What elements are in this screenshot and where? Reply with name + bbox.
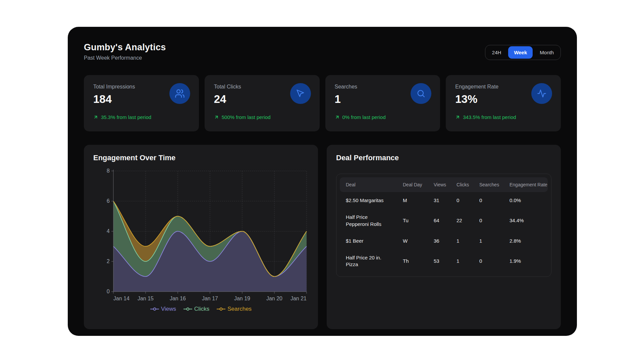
views-cell: 53	[434, 258, 457, 264]
svg-text:2: 2	[107, 258, 110, 264]
views-cell: 31	[434, 197, 457, 204]
engagement-rate-cell: 34.4%	[509, 217, 548, 224]
clicks-cell: 22	[457, 217, 479, 224]
column-header-engagement-rate: Engagement Rate	[509, 182, 548, 187]
searches-cell: 0	[479, 258, 509, 264]
stat-change: 343.5% from last period	[455, 114, 551, 120]
table-row: $2.50 Margaritas M 31 0 0 0.0%	[340, 192, 548, 209]
column-header-clicks: Clicks	[457, 182, 479, 187]
time-range-toggle: 24H Week Month	[485, 45, 561, 60]
legend-item-views: Views	[150, 306, 176, 312]
engagement-rate-cell: 1.9%	[509, 258, 548, 264]
deal-name-cell: Half Price Pepperoni Rolls	[346, 214, 389, 228]
svg-text:6: 6	[107, 198, 110, 204]
column-header-deal: Deal	[346, 182, 403, 187]
svg-text:Jan 14: Jan 14	[113, 296, 129, 301]
views-cell: 64	[434, 217, 457, 224]
bottom-row: Engagement Over Time 02468Jan 14Jan 15Ja…	[84, 145, 561, 329]
legend-item-searches: Searches	[217, 306, 252, 312]
deal-name-cell: Half Price 20 in. Pizza	[346, 254, 389, 268]
stat-change-text: 500% from last period	[222, 114, 271, 120]
stat-change-text: 343.5% from last period	[463, 114, 516, 120]
toggle-24h-button[interactable]: 24H	[486, 46, 507, 59]
table-row: Half Price 20 in. Pizza Th 53 1 0 1.9%	[340, 249, 548, 273]
page-subtitle: Past Week Performance	[84, 55, 166, 61]
deals-table-header: Deal Deal Day Views Clicks Searches Enga…	[340, 177, 548, 192]
chart-legend: Views Clicks Searches	[93, 306, 309, 312]
stat-icon-badge	[169, 83, 190, 104]
deal-day-cell: M	[403, 197, 434, 204]
column-header-searches: Searches	[479, 182, 509, 187]
deal-day-cell: Tu	[403, 217, 434, 224]
stat-card-total-clicks: Total Clicks 24 500% from last period	[205, 75, 320, 131]
engagement-panel-title: Engagement Over Time	[93, 154, 309, 162]
chart-wrap: 02468Jan 14Jan 15Jan 16Jan 17Jan 19Jan 2…	[93, 166, 309, 312]
dashboard-header: Gumby's Analytics Past Week Performance …	[84, 42, 561, 61]
deal-name-cell: $2.50 Margaritas	[346, 197, 389, 204]
stat-card-total-impressions: Total Impressions 184 35.3% from last pe…	[84, 75, 199, 131]
views-legend-marker-icon	[150, 307, 159, 311]
svg-text:Jan 21: Jan 21	[290, 296, 307, 301]
deal-day-cell: W	[403, 238, 434, 244]
svg-text:Jan 17: Jan 17	[202, 296, 218, 301]
users-icon	[175, 88, 185, 99]
engagement-area-chart: 02468Jan 14Jan 15Jan 16Jan 17Jan 19Jan 2…	[93, 166, 309, 304]
toggle-month-button[interactable]: Month	[534, 46, 559, 59]
stat-card-engagement-rate: Engagement Rate 13% 343.5% from last per…	[446, 75, 561, 131]
stat-icon-badge	[411, 83, 431, 104]
activity-icon	[537, 89, 546, 98]
deals-table: Deal Deal Day Views Clicks Searches Enga…	[336, 174, 551, 277]
svg-text:Jan 19: Jan 19	[234, 296, 250, 301]
searches-cell: 0	[479, 217, 509, 224]
page-background: Gumby's Analytics Past Week Performance …	[0, 0, 644, 362]
trend-up-icon	[93, 115, 98, 120]
svg-text:8: 8	[107, 168, 110, 174]
engagement-panel: Engagement Over Time 02468Jan 14Jan 15Ja…	[84, 145, 318, 329]
deal-performance-title: Deal Performance	[336, 154, 551, 162]
stat-change-text: 0% from last period	[342, 114, 386, 120]
clicks-cell: 1	[457, 258, 479, 264]
trend-up-icon	[214, 115, 219, 120]
stat-change-text: 35.3% from last period	[101, 114, 151, 120]
stat-change: 500% from last period	[214, 114, 310, 120]
svg-text:Jan 20: Jan 20	[266, 296, 282, 301]
deal-name-cell: $1 Beer	[346, 238, 389, 244]
trend-up-icon	[335, 115, 340, 120]
legend-item-clicks: Clicks	[183, 306, 209, 312]
table-row: Half Price Pepperoni Rolls Tu 64 22 0 34…	[340, 209, 548, 233]
deal-performance-panel: Deal Performance Deal Deal Day Views Cli…	[327, 145, 561, 329]
toggle-week-button[interactable]: Week	[508, 46, 533, 59]
search-icon	[416, 89, 426, 98]
column-header-views: Views	[434, 182, 457, 187]
deal-day-cell: Th	[403, 258, 434, 264]
searches-cell: 1	[479, 238, 509, 244]
legend-label: Searches	[227, 306, 252, 312]
searches-legend-marker-icon	[217, 307, 225, 311]
clicks-legend-marker-icon	[183, 307, 192, 311]
stat-icon-badge	[290, 83, 311, 104]
mouse-pointer-icon	[296, 89, 305, 98]
header-text: Gumby's Analytics Past Week Performance	[84, 42, 166, 61]
engagement-rate-cell: 2.8%	[509, 238, 548, 244]
page-title: Gumby's Analytics	[84, 42, 166, 53]
table-row: $1 Beer W 36 1 1 2.8%	[340, 233, 548, 249]
column-header-deal-day: Deal Day	[403, 182, 434, 187]
views-cell: 36	[434, 238, 457, 244]
stat-change: 35.3% from last period	[93, 114, 190, 120]
trend-up-icon	[455, 115, 460, 120]
legend-label: Views	[161, 306, 176, 312]
legend-label: Clicks	[194, 306, 209, 312]
clicks-cell: 1	[457, 238, 479, 244]
svg-text:Jan 15: Jan 15	[138, 296, 154, 301]
stats-row: Total Impressions 184 35.3% from last pe…	[84, 75, 561, 131]
dashboard-card: Gumby's Analytics Past Week Performance …	[68, 27, 577, 336]
clicks-cell: 0	[457, 197, 479, 204]
engagement-rate-cell: 0.0%	[509, 197, 548, 204]
svg-text:0: 0	[107, 289, 110, 294]
stat-card-searches: Searches 1 0% from last period	[325, 75, 440, 131]
stat-icon-badge	[531, 83, 552, 104]
stat-change: 0% from last period	[335, 114, 431, 120]
svg-text:4: 4	[107, 228, 110, 234]
searches-cell: 0	[479, 197, 509, 204]
svg-text:Jan 16: Jan 16	[170, 296, 186, 301]
